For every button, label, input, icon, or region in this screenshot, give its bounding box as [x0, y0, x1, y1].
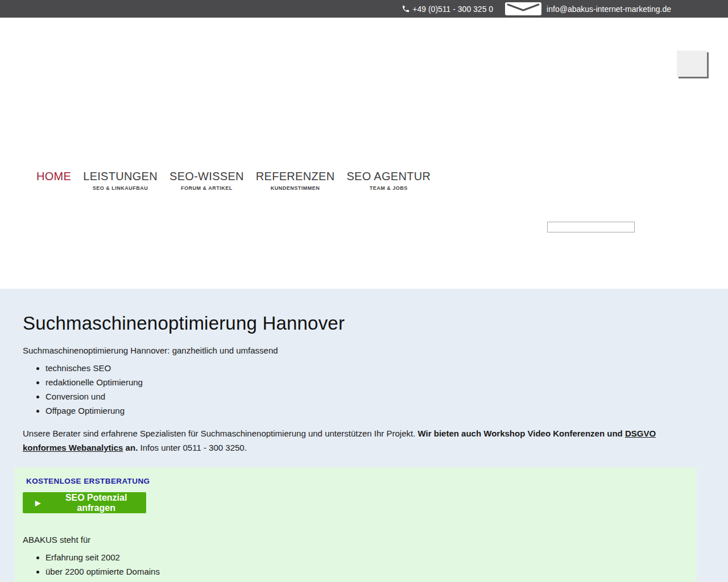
abakus-claim-title: ABAKUS steht für [23, 535, 697, 544]
phone-number: +49 (0)511 - 300 325 0 [412, 5, 493, 14]
seo-potential-button[interactable]: ▶ SEO Potenzial anfragen [23, 492, 146, 513]
nav-sublabel: SEO & LINKAUFBAU [83, 185, 158, 191]
list-item: Conversion und [46, 389, 728, 404]
list-item: Erfahrung seit 2002 [46, 550, 697, 564]
nav-label: LEISTUNGEN [83, 170, 158, 183]
nav-label: SEO AGENTUR [346, 170, 431, 183]
intro-line: Suchmaschinenoptimierung Hannover: ganzh… [23, 346, 728, 355]
nav-label: SEO-WISSEN [169, 170, 244, 183]
nav-item-seo-agentur[interactable]: SEO AGENTUR TEAM & JOBS [346, 170, 431, 191]
site-header: HOME LEISTUNGEN SEO & LINKAUFBAU SEO-WIS… [0, 18, 728, 289]
cta-heading: KOSTENLOSE ERSTBERATUNG [26, 477, 697, 485]
nav-label: REFERENZEN [256, 170, 335, 183]
seo-feature-list: technisches SEO redaktionelle Optimierun… [0, 361, 728, 418]
seo-potential-button-label: SEO Potenzial anfragen [46, 493, 146, 513]
main-navigation: HOME LEISTUNGEN SEO & LINKAUFBAU SEO-WIS… [36, 170, 431, 191]
phone-contact[interactable]: +49 (0)511 - 300 325 0 [402, 5, 493, 14]
list-item: redaktionelle Optimierung [46, 375, 728, 389]
envelope-icon [505, 2, 541, 15]
paragraph-bold: Wir bieten auch Workshop Video Konferenz… [418, 429, 625, 438]
nav-sublabel: KUNDENSTIMMEN [256, 185, 335, 191]
phone-icon [402, 5, 410, 13]
nav-label: HOME [36, 170, 71, 183]
nav-item-seo-wissen[interactable]: SEO-WISSEN FORUM & ARTIKEL [169, 170, 244, 191]
nav-sublabel: TEAM & JOBS [346, 185, 431, 191]
paragraph-text: Infos unter 0511 - 300 3250. [138, 443, 247, 452]
nav-item-referenzen[interactable]: REFERENZEN KUNDENSTIMMEN [256, 170, 335, 191]
paragraph-bold: an. [123, 443, 138, 452]
abakus-claim-list: Erfahrung seit 2002 über 2200 optimierte… [14, 550, 697, 582]
email-address[interactable]: info@abakus-internet-marketing.de [547, 5, 671, 14]
top-contact-bar: +49 (0)511 - 300 325 0 info@abakus-inter… [0, 0, 728, 18]
play-icon: ▶ [35, 500, 40, 506]
header-badge-placeholder[interactable] [677, 51, 707, 77]
main-content: Suchmaschinenoptimierung Hannover Suchma… [0, 289, 728, 582]
nav-item-leistungen[interactable]: LEISTUNGEN SEO & LINKAUFBAU [83, 170, 158, 191]
nav-item-home[interactable]: HOME [36, 170, 71, 191]
list-item: Offpage Optimierung [46, 404, 728, 418]
page-title: Suchmaschinenoptimierung Hannover [23, 313, 728, 334]
search-input[interactable] [547, 222, 635, 232]
list-item: technisches SEO [46, 361, 728, 375]
paragraph-text: Unsere Berater sind erfahrene Spezialist… [23, 429, 418, 438]
consultants-paragraph: Unsere Berater sind erfahrene Spezialist… [23, 426, 676, 455]
list-item: persönliche Betreuung [46, 579, 697, 582]
nav-sublabel: FORUM & ARTIKEL [169, 185, 244, 191]
list-item: über 2200 optimierte Domains [46, 564, 697, 579]
cta-box: KOSTENLOSE ERSTBERATUNG ▶ SEO Potenzial … [14, 467, 697, 582]
